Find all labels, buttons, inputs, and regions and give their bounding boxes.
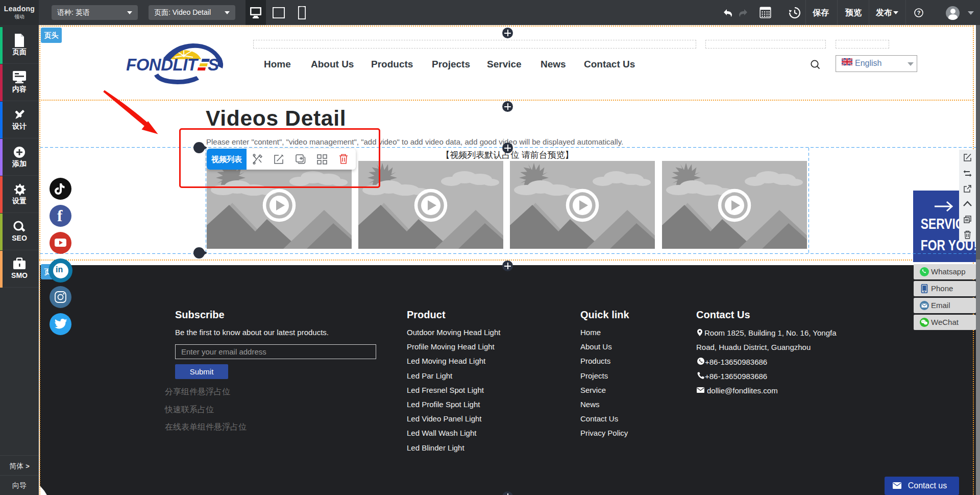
svg-text:FONDLIT: FONDLIT xyxy=(127,55,199,74)
svg-text:S: S xyxy=(208,55,219,74)
svg-text:?: ? xyxy=(917,10,921,16)
